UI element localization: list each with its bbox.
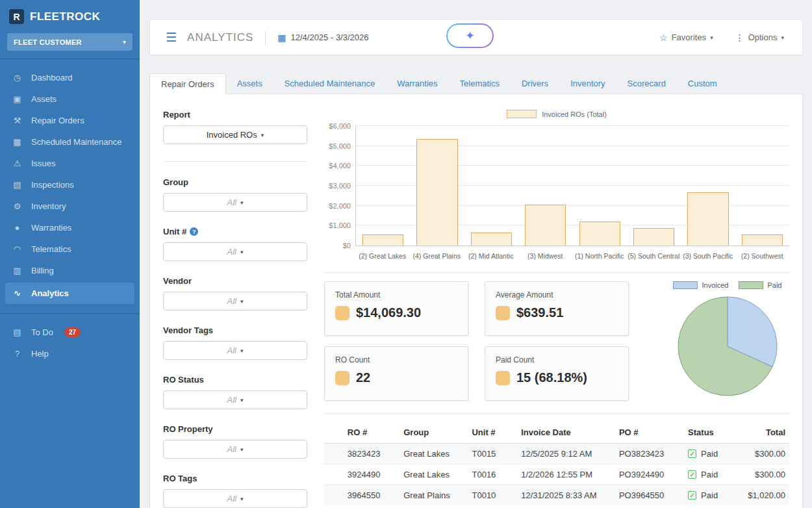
- bar--2-southwest[interactable]: [742, 235, 783, 246]
- chevron-down-icon: ▾: [240, 397, 244, 403]
- sidebar-item-todo[interactable]: ▤To Do27: [0, 322, 140, 343]
- bar--3-south-pacific[interactable]: [687, 192, 728, 246]
- filter-label-ro-tags: RO Tags: [163, 474, 307, 483]
- bar--2-mid-atlantic[interactable]: [471, 233, 512, 246]
- bar--3-midwest[interactable]: [525, 205, 566, 246]
- kebab-dots-icon: ⋮: [735, 32, 744, 43]
- options-menu[interactable]: ⋮ Options ▾: [735, 32, 784, 43]
- menu-toggle-icon[interactable]: ☰: [166, 30, 177, 45]
- legend-label: Invoiced: [702, 281, 728, 289]
- row-icon-cell: [324, 485, 344, 506]
- section-divider: [324, 272, 789, 273]
- bar--4-great-plains[interactable]: [416, 139, 457, 246]
- bar--5-south-central[interactable]: [633, 228, 674, 246]
- legend-label: Paid: [767, 281, 781, 289]
- sidebar-item-telematics[interactable]: ◠Telematics: [0, 238, 140, 260]
- filter-dropdown-unit-number[interactable]: All▾: [163, 242, 307, 261]
- filter-label-text: Vendor Tags: [163, 325, 213, 335]
- filter-group-unit-number: Unit #?All▾: [163, 227, 307, 261]
- sidebar-item-repair-orders[interactable]: ⚒Repair Orders: [0, 110, 140, 131]
- filter-label-text: RO Tags: [163, 474, 197, 483]
- filter-dropdown-group[interactable]: All▾: [163, 193, 307, 212]
- cell-unit-number: T0010: [468, 485, 517, 506]
- filter-dropdown-ro-status[interactable]: All▾: [163, 390, 307, 409]
- bar--2-great-lakes[interactable]: [362, 235, 403, 246]
- filter-value: All: [227, 296, 236, 306]
- tab-repair-orders[interactable]: Repair Orders: [149, 73, 226, 94]
- sidebar-item-inventory[interactable]: ⚙Inventory: [0, 196, 140, 217]
- bar-slot: [518, 126, 572, 246]
- y-axis-tick-label: $0: [343, 242, 351, 249]
- tab-inventory[interactable]: Inventory: [559, 73, 616, 94]
- paid-checkbox-icon: ✓: [688, 450, 696, 458]
- logo-text: FLEETROCK: [30, 10, 100, 23]
- card-paid-count: Paid Count15 (68.18%): [485, 346, 629, 401]
- sidebar-item-dashboard[interactable]: ◷Dashboard: [0, 67, 140, 88]
- pie-legend-invoiced: Invoiced: [673, 281, 728, 289]
- tab-custom[interactable]: Custom: [677, 73, 728, 94]
- filter-label-text: RO Status: [163, 375, 204, 385]
- orange-chip-icon: [496, 371, 510, 385]
- help-icon[interactable]: ?: [190, 227, 198, 236]
- repair-orders-icon: ⚒: [12, 116, 23, 125]
- sidebar-item-warranties[interactable]: ●Warranties: [0, 217, 140, 238]
- tab-scorecard[interactable]: Scorecard: [616, 73, 677, 94]
- inspections-icon: ▤: [12, 180, 23, 190]
- bar-slot: [573, 126, 627, 246]
- y-axis-tick-label: $5,000: [329, 142, 351, 150]
- filter-dropdown-ro-property[interactable]: All▾: [163, 440, 307, 459]
- filter-label-ro-status: RO Status: [163, 375, 307, 385]
- chevron-down-icon: ▾: [240, 298, 244, 305]
- sidebar-item-assets[interactable]: ▣Assets: [0, 88, 140, 110]
- sidebar-item-billing[interactable]: ▥Billing: [0, 260, 140, 281]
- filter-label-ro-property: RO Property: [163, 424, 307, 434]
- sidebar-item-label: Assets: [31, 94, 57, 104]
- fleet-customer-selector[interactable]: FLEET CUSTOMER ▾: [7, 33, 133, 51]
- todo-icon: ▤: [12, 327, 23, 337]
- filter-dropdown-report[interactable]: Invoiced ROs▾: [163, 125, 307, 144]
- x-axis-category-label: (2) Great Lakes: [355, 252, 410, 260]
- sidebar-item-issues[interactable]: ⚠Issues: [0, 153, 140, 174]
- tab-drivers[interactable]: Drivers: [511, 73, 559, 94]
- table-row[interactable]: 3924490Great LakesT00161/2/2026 12:55 PM…: [324, 464, 789, 485]
- y-axis-tick-label: $4,000: [329, 162, 351, 170]
- tab-telematics[interactable]: Telematics: [449, 73, 511, 94]
- table-header-po-: PO #: [615, 422, 684, 444]
- card-label: RO Count: [335, 355, 457, 364]
- tab-warranties[interactable]: Warranties: [386, 73, 448, 94]
- summary-section: Total Amount$14,069.30Average Amount$639…: [324, 281, 789, 401]
- filter-label-vendor: Vendor: [163, 276, 307, 286]
- assistant-sparkle-button[interactable]: ✦: [446, 23, 494, 48]
- favorites-menu[interactable]: ☆ Favorites ▾: [659, 32, 713, 43]
- filter-dropdown-ro-tags[interactable]: All▾: [163, 489, 307, 508]
- y-axis-tick-label: $3,000: [329, 182, 351, 190]
- date-range-picker[interactable]: 12/4/2025 - 3/3/2026: [291, 32, 369, 42]
- cell-group: Great Lakes: [400, 464, 468, 485]
- filter-group-vendor: VendorAll▾: [163, 276, 307, 311]
- tab-scheduled-maintenance[interactable]: Scheduled Maintenance: [273, 73, 387, 94]
- sidebar-item-analytics[interactable]: ∿Analytics: [5, 283, 134, 304]
- sidebar-item-label: Inventory: [31, 201, 66, 211]
- sidebar-item-label: Warranties: [31, 223, 71, 233]
- sidebar-item-help[interactable]: ?Help: [0, 343, 140, 364]
- pie-legend-paid: Paid: [739, 281, 781, 289]
- table-header-status: Status: [684, 422, 744, 444]
- filter-dropdown-vendor-tags[interactable]: All▾: [163, 341, 307, 360]
- table-row[interactable]: 3823423Great LakesT001512/5/2025 9:12 AM…: [324, 444, 789, 464]
- filter-label-text: Report: [163, 110, 190, 120]
- sidebar-item-label: Billing: [31, 266, 54, 275]
- card-value: 15 (68.18%): [516, 370, 587, 385]
- card-label: Average Amount: [496, 290, 618, 299]
- sidebar-item-inspections[interactable]: ▤Inspections: [0, 174, 140, 196]
- bar--1-north-pacific[interactable]: [579, 222, 620, 246]
- cell-ro-number: 3964550: [344, 485, 400, 506]
- filter-dropdown-vendor[interactable]: All▾: [163, 292, 307, 311]
- sidebar-item-label: To Do: [31, 327, 53, 337]
- card-value: $14,069.30: [356, 305, 421, 320]
- tab-assets[interactable]: Assets: [226, 73, 273, 94]
- sidebar-item-scheduled-maintenance[interactable]: ▦Scheduled Maintenance: [0, 131, 140, 153]
- filter-label-vendor-tags: Vendor Tags: [163, 325, 307, 335]
- table-row[interactable]: 3964550Great PlainsT001012/31/2025 8:33 …: [324, 485, 789, 506]
- pie-chart-block: InvoicedPaid: [666, 281, 789, 401]
- status-badge: ✓Paid: [688, 490, 740, 500]
